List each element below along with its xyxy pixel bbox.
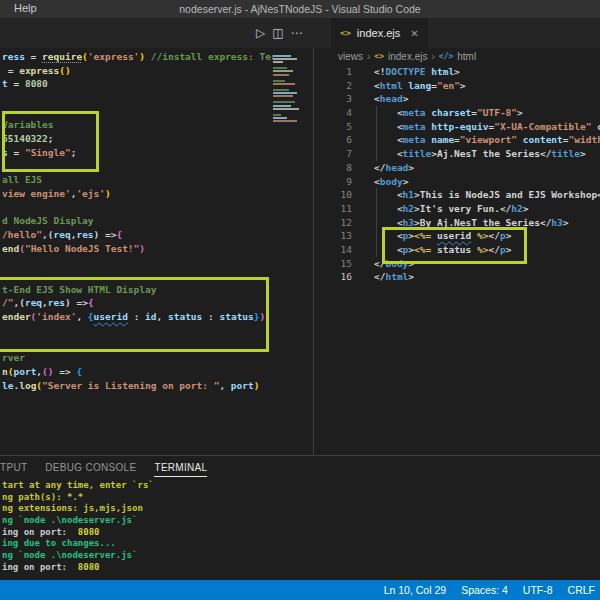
terminal-line: ng extensions: js,mjs,json [2,503,600,515]
status-bar-items: Ln 10, Col 29Spaces: 4UTF-8CRLF [369,584,595,596]
split-editor-icon[interactable]: ◫ [272,27,283,39]
code-line: 8</head> [331,161,600,175]
code-line: 7 <title>Aj.NesT the Series</title> [331,147,600,161]
panel-tab-terminal[interactable]: TERMINAL [154,462,207,477]
line-number: 1 [331,65,352,79]
line-number: 8 [331,161,352,175]
code-line: 9<body> [331,175,600,189]
terminal-line: tart at any time, enter `rs` [2,480,600,492]
terminal-line: ing on port: 8080 [2,527,600,539]
terminal-output[interactable]: tart at any time, enter `rs`ng path(s): … [2,480,600,574]
line-number: 7 [331,147,352,161]
code-line: ress = require('express') //install expr… [2,50,273,64]
annotation-box-ejs-render [0,277,269,352]
more-actions-icon[interactable]: ⋯ [291,27,303,39]
code-line [2,255,273,269]
status-cursor-position[interactable]: Ln 10, Col 29 [384,584,446,596]
status-encoding[interactable]: UTF-8 [523,584,553,596]
editor-actions: ▷◫⋯ [256,18,303,48]
close-icon[interactable]: ✕ [410,28,418,39]
tab-label: index.ejs [357,27,400,39]
title-bar: Help nodeserver.js - AjNesTNodeJS - Visu… [0,0,600,18]
code-line: 10 <h1>This is NodeJS and EJS Workshop</… [331,188,600,202]
code-line: 3<head> [331,92,600,106]
code-line: 11 <h2>It's very Fun.</h2> [331,202,600,216]
breadcrumb-html[interactable]: html [457,51,476,62]
line-number: 5 [331,120,352,134]
code-line: /hello",(req,res) =>{ [2,228,273,242]
code-line: 4 <meta charset="UTF-8"> [331,106,600,120]
panel-tab-bar: TPUTDEBUG CONSOLETERMINAL [0,462,207,477]
code-line: t = 8080 [2,77,273,91]
code-line: end("Hello NodeJS Test!") [2,242,273,256]
annotation-box-variables [2,111,99,172]
code-line: 6 <meta name="viewport" content="width= [331,133,600,147]
status-indentation[interactable]: Spaces: 4 [461,584,508,596]
code-line: 16</html> [331,270,600,284]
line-number: 16 [331,270,352,284]
terminal-line: ng path(s): *.* [2,492,600,504]
code-line: = express() [2,64,273,78]
line-number: 11 [331,202,352,216]
line-number: 13 [331,229,352,243]
line-number: 12 [331,216,352,230]
code-line: le.log("Server is Listening on port: ", … [2,379,273,393]
code-line: rver [2,351,273,365]
panel-tab-output[interactable]: TPUT [0,462,27,477]
line-number: 9 [331,175,352,189]
tab-index-ejs[interactable]: <> index.ejs ✕ [331,18,428,48]
code-line [2,91,273,105]
line-number: 15 [331,257,352,271]
left-editor-nodeserver[interactable]: ress = require('express') //install expr… [0,48,330,455]
html-symbol-icon: </> [439,52,453,61]
editor-group-divider[interactable] [313,48,314,455]
code-line: 5 <meta http-equiv="X-UA-Compatible" co [331,120,600,134]
annotation-box-ejs-tags [382,227,527,264]
chevron-right-icon: › [431,51,434,62]
breadcrumb-index-ejs[interactable]: index.ejs [388,51,427,62]
vscode-window: Help nodeserver.js - AjNesTNodeJS - Visu… [0,0,600,600]
terminal-line: ing due to changes... [2,538,600,550]
line-number: 2 [331,79,352,93]
breadcrumb-views[interactable]: views [338,51,363,62]
status-bar: Ln 10, Col 29Spaces: 4UTF-8CRLF [0,580,600,600]
line-number: 14 [331,243,352,257]
ejs-file-icon: <> [340,28,351,38]
chevron-right-icon: › [367,51,370,62]
window-title: nodeserver.js - AjNesTNodeJS - Visual St… [0,3,600,15]
code-line: all EJS [2,173,273,187]
terminal-line: ng `node .\nodeserver.js` [2,515,600,527]
run-icon[interactable]: ▷ [256,27,265,39]
code-line: 1<!DOCTYPE html> [331,65,600,79]
line-number: 4 [331,106,352,120]
terminal-line: ng `node .\nodeserver.js` [2,550,600,562]
panel-tab-debug-console[interactable]: DEBUG CONSOLE [45,462,136,477]
ejs-file-icon: <> [374,52,384,61]
bottom-panel: TPUTDEBUG CONSOLETERMINAL tart at any ti… [0,455,600,580]
code-line [2,201,273,215]
code-line: view engine','ejs') [2,187,273,201]
line-number: 6 [331,133,352,147]
breadcrumb: views › <> index.ejs › </> html [331,48,600,64]
line-number: 3 [331,92,352,106]
code-line: 2<html lang="en"> [331,79,600,93]
code-line: d NodeJS Display [2,214,273,228]
status-eol[interactable]: CRLF [568,584,595,596]
terminal-line: ing on port: 8080 [2,562,600,574]
line-number: 10 [331,188,352,202]
code-line: n(port,() => { [2,365,273,379]
minimap[interactable] [273,55,300,123]
